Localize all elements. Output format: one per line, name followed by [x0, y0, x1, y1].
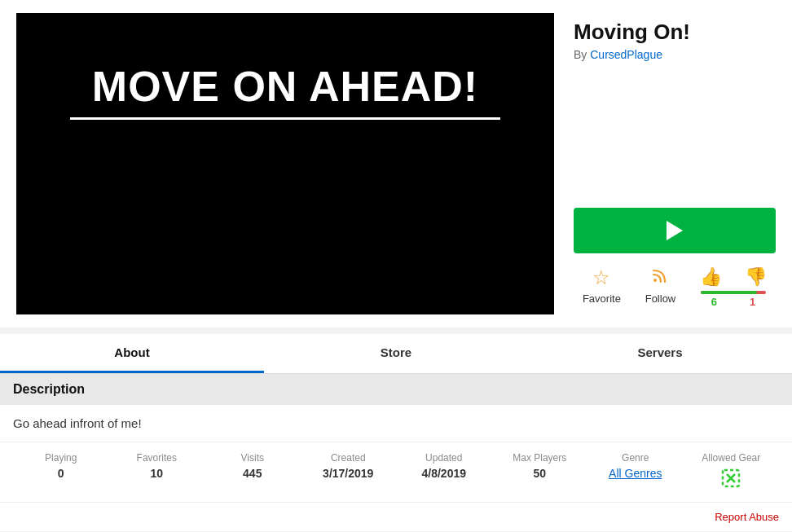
stats-row: Playing 0 Favorites 10 Visits 445 Create… [0, 442, 792, 502]
vote-bar [701, 291, 766, 294]
follow-label: Follow [645, 292, 676, 305]
description-header: Description [0, 374, 792, 405]
vote-group: 👍 👎 6 1 [700, 266, 767, 308]
stat-maxplayers-label: Max Players [513, 452, 566, 464]
creator-link[interactable]: CursedPlague [590, 48, 662, 61]
thumbs-down-icon: 👎 [745, 266, 767, 288]
stat-updated-value: 4/8/2019 [422, 467, 467, 480]
favorite-label: Favorite [583, 292, 621, 305]
stat-genre-label: Genre [622, 452, 649, 464]
tab-about[interactable]: About [0, 334, 264, 373]
vote-bar-fill [701, 291, 757, 294]
stat-maxplayers-value: 50 [533, 467, 546, 480]
divider [0, 328, 792, 331]
stat-allowed-gear-value [719, 467, 742, 492]
stat-visits: Visits 445 [205, 452, 301, 492]
stat-maxplayers: Max Players 50 [492, 452, 588, 492]
actions-row: ☆ Favorite Follow 👍 [574, 266, 776, 308]
stat-genre-value[interactable]: All Genres [609, 467, 662, 480]
stat-playing-label: Playing [45, 452, 77, 464]
stat-favorites-label: Favorites [137, 452, 177, 464]
game-info-panel: Moving On! By CursedPlague ☆ Favorite [574, 13, 776, 314]
thumbs-down-button[interactable]: 👎 [745, 266, 767, 288]
content-area: Description Go ahead infront of me! Play… [0, 374, 792, 531]
creator-byline: By CursedPlague [574, 48, 776, 61]
dislikes-count: 1 [750, 296, 755, 308]
svg-point-0 [653, 279, 657, 282]
tabs-bar: About Store Servers [0, 334, 792, 374]
stat-updated-label: Updated [425, 452, 462, 464]
report-abuse-link[interactable]: Report Abuse [715, 511, 779, 523]
stat-updated: Updated 4/8/2019 [396, 452, 492, 492]
stat-playing-value: 0 [58, 467, 64, 480]
play-button[interactable] [574, 208, 776, 253]
stat-allowed-gear: Allowed Gear [684, 452, 780, 492]
stat-playing: Playing 0 [13, 452, 109, 492]
game-thumbnail: MOVE ON AHEAD! [16, 13, 554, 314]
rss-icon [651, 266, 669, 289]
stat-created-value: 3/17/2019 [323, 467, 373, 480]
by-label: By [574, 48, 587, 61]
play-icon [667, 221, 683, 240]
stat-genre: Genre All Genres [587, 452, 684, 492]
vote-icons-row: 👍 👎 [700, 266, 767, 288]
tab-store[interactable]: Store [264, 334, 528, 373]
stat-visits-label: Visits [241, 452, 264, 464]
description-text: Go ahead infront of me! [0, 405, 792, 442]
game-name: Moving On! [574, 20, 776, 45]
stat-created-label: Created [331, 452, 366, 464]
stat-favorites: Favorites 10 [109, 452, 205, 492]
stat-created: Created 3/17/2019 [301, 452, 397, 492]
thumbnail-title: MOVE ON AHEAD! [70, 62, 500, 120]
stat-allowed-gear-label: Allowed Gear [702, 452, 760, 464]
report-row: Report Abuse [0, 502, 792, 531]
star-icon: ☆ [592, 266, 610, 289]
thumbs-up-button[interactable]: 👍 [700, 266, 722, 288]
stat-favorites-value: 10 [150, 467, 163, 480]
thumbs-up-icon: 👍 [700, 266, 722, 288]
tab-servers[interactable]: Servers [528, 334, 792, 373]
follow-button[interactable]: Follow [645, 266, 676, 305]
favorite-button[interactable]: ☆ Favorite [583, 266, 621, 305]
stat-visits-value: 445 [243, 467, 262, 480]
likes-count: 6 [711, 296, 717, 308]
